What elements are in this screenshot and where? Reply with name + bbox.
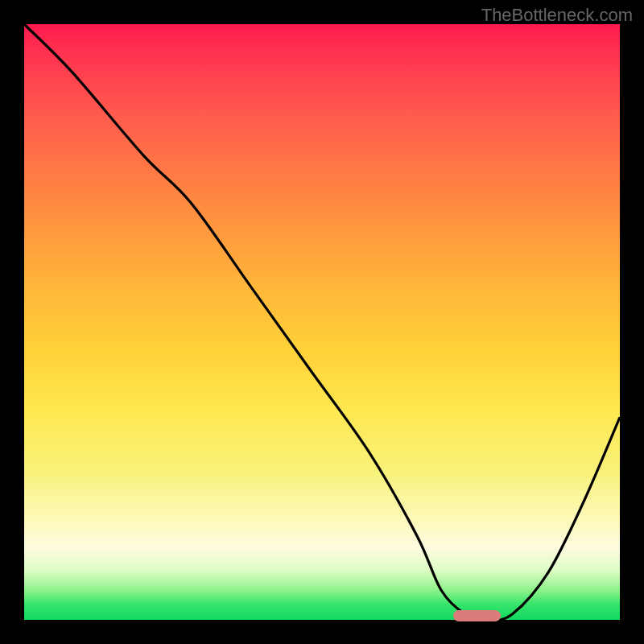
chart-plot-area — [24, 24, 620, 620]
optimum-marker — [453, 610, 501, 621]
bottleneck-curve — [24, 24, 620, 620]
curve-path — [24, 24, 620, 620]
watermark-text: TheBottleneck.com — [481, 5, 633, 26]
